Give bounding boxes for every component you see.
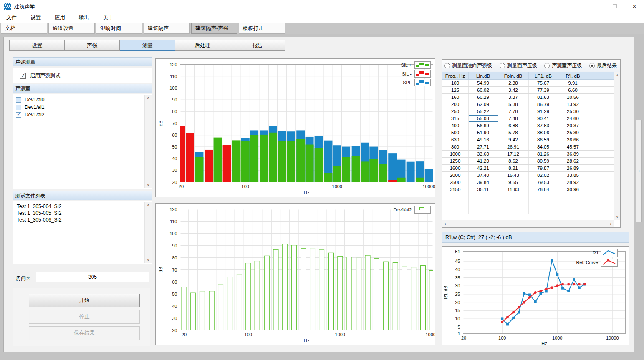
- table-row[interactable]: 63049.169.4286.5926.66: [442, 136, 614, 143]
- table-cell[interactable]: 160: [442, 94, 469, 101]
- subtab-3[interactable]: 测量: [120, 40, 175, 51]
- table-row[interactable]: 160042.218.2179.8726.89: [442, 165, 614, 172]
- table-cell[interactable]: 33.85: [558, 172, 588, 179]
- menu-item-3[interactable]: 应用: [53, 13, 66, 22]
- column-header[interactable]: Freq., Hz: [442, 72, 469, 79]
- table-row[interactable]: 125041.208.6280.5928.62: [442, 158, 614, 165]
- test-file-item[interactable]: Test 1_305-004_SI2: [13, 203, 152, 210]
- tab-1[interactable]: 文档: [1, 23, 47, 34]
- table-cell[interactable]: 55.03: [469, 115, 498, 122]
- channel-item[interactable]: Dev1/ai1: [13, 103, 152, 111]
- table-cell[interactable]: 54.99: [469, 80, 498, 86]
- enable-intensity-checkbox[interactable]: [20, 73, 26, 79]
- table-cell[interactable]: 200: [442, 101, 469, 108]
- table-cell[interactable]: 75.67: [529, 80, 558, 86]
- table-cell[interactable]: 315: [442, 115, 469, 122]
- table-cell[interactable]: 80.59: [529, 158, 558, 164]
- table-row[interactable]: 200037.4015.4382.0233.85: [442, 172, 614, 179]
- table-cell[interactable]: 2000: [442, 172, 469, 179]
- channel-checkbox[interactable]: [16, 105, 21, 110]
- table-row[interactable]: 315035.1111.9376.8430.96: [442, 186, 614, 193]
- menu-item-1[interactable]: 文件: [5, 13, 18, 22]
- table-vertical-scrollbar[interactable]: ∧ ∨: [614, 72, 620, 220]
- tab-2[interactable]: 通道设置: [48, 23, 95, 34]
- channel-list-scrollbar[interactable]: ∧ ∨: [144, 95, 152, 188]
- subtab-2[interactable]: 声强: [65, 40, 120, 51]
- scroll-down-icon[interactable]: ∨: [614, 214, 620, 220]
- stop-button[interactable]: 停止: [29, 310, 140, 324]
- tab-3[interactable]: 混响时间: [96, 23, 142, 34]
- table-row[interactable]: 12560.023.4277.396.60: [442, 87, 614, 94]
- table-cell[interactable]: 77.39: [529, 87, 558, 93]
- scroll-left-icon[interactable]: ‹: [444, 222, 446, 226]
- table-cell[interactable]: 86.59: [529, 136, 558, 143]
- table-cell[interactable]: 125: [442, 87, 469, 93]
- subtab-4[interactable]: 后处理: [175, 40, 230, 51]
- tab-4[interactable]: 建筑隔声: [144, 23, 190, 34]
- table-cell[interactable]: 60.29: [469, 94, 498, 101]
- table-cell[interactable]: 36.89: [558, 151, 588, 157]
- table-cell[interactable]: 35.11: [469, 186, 498, 193]
- table-cell[interactable]: 3150: [442, 186, 469, 193]
- table-cell[interactable]: 25.30: [558, 108, 588, 115]
- table-cell[interactable]: 250: [442, 108, 469, 115]
- scroll-right-icon[interactable]: ›: [610, 222, 611, 226]
- table-cell[interactable]: 55.22: [469, 108, 498, 115]
- table-cell[interactable]: 25.39: [558, 129, 588, 136]
- table-cell[interactable]: 24.60: [558, 115, 588, 122]
- table-cell[interactable]: 630: [442, 136, 469, 143]
- table-cell[interactable]: 45.57: [558, 143, 588, 150]
- table-cell[interactable]: 90.41: [529, 115, 558, 122]
- table-row[interactable]: 25055.227.7091.2925.30: [442, 108, 614, 115]
- table-cell[interactable]: 49.16: [469, 136, 498, 143]
- table-cell[interactable]: 11.93: [498, 186, 529, 193]
- table-cell[interactable]: 82.02: [529, 172, 558, 179]
- table-cell[interactable]: 6.60: [558, 87, 588, 93]
- tab-5[interactable]: 建筑隔声-声强: [191, 23, 237, 34]
- table-cell[interactable]: 81.63: [529, 94, 558, 101]
- table-cell[interactable]: 800: [442, 143, 469, 150]
- table-cell[interactable]: 62.09: [469, 101, 498, 108]
- table-cell[interactable]: 9.55: [498, 179, 529, 186]
- table-row[interactable]: 10054.992.3875.679.91: [442, 80, 614, 87]
- table-cell[interactable]: 30.96: [558, 186, 588, 193]
- table-cell[interactable]: 100: [442, 80, 469, 86]
- table-cell[interactable]: 79.53: [529, 179, 558, 186]
- channel-checkbox[interactable]: [16, 97, 21, 103]
- table-cell[interactable]: 1250: [442, 158, 469, 164]
- channel-checkbox[interactable]: [16, 112, 21, 118]
- room-name-input[interactable]: [36, 272, 149, 282]
- table-cell[interactable]: 20.37: [558, 122, 588, 129]
- table-cell[interactable]: 26.91: [498, 143, 529, 150]
- table-cell[interactable]: 2500: [442, 179, 469, 186]
- scroll-down-icon[interactable]: ∨: [145, 257, 152, 263]
- table-cell[interactable]: 1600: [442, 165, 469, 171]
- table-cell[interactable]: 13.92: [558, 101, 588, 108]
- table-cell[interactable]: 400: [442, 122, 469, 129]
- table-cell[interactable]: 56.69: [469, 122, 498, 129]
- view-option-radio-1[interactable]: 测量面法向声强级: [444, 62, 492, 69]
- scroll-up-icon[interactable]: ∧: [145, 202, 152, 208]
- test-file-item[interactable]: Test 1_305-006_SI2: [13, 217, 152, 223]
- table-cell[interactable]: 42.21: [469, 165, 498, 171]
- table-cell[interactable]: 28.92: [558, 179, 588, 186]
- menu-item-5[interactable]: 关于: [102, 13, 115, 22]
- table-cell[interactable]: 76.84: [529, 186, 558, 193]
- table-cell[interactable]: 27.71: [469, 143, 498, 150]
- table-cell[interactable]: 91.29: [529, 108, 558, 115]
- table-cell[interactable]: 39.84: [469, 179, 498, 186]
- table-row[interactable]: 40056.696.8887.8320.37: [442, 122, 614, 129]
- table-cell[interactable]: 5.38: [498, 101, 529, 108]
- table-cell[interactable]: 87.83: [529, 122, 558, 129]
- start-button[interactable]: 开始: [29, 294, 140, 307]
- table-cell[interactable]: 51.90: [469, 129, 498, 136]
- table-cell[interactable]: 88.06: [529, 129, 558, 136]
- table-cell[interactable]: 86.79: [529, 101, 558, 108]
- minimize-button[interactable]: –: [586, 0, 605, 13]
- column-header[interactable]: LP1, dB: [529, 72, 558, 79]
- table-cell[interactable]: 37.40: [469, 172, 498, 179]
- table-cell[interactable]: 6.88: [498, 122, 529, 129]
- table-cell[interactable]: 500: [442, 129, 469, 136]
- channel-item[interactable]: Dev1/ai2: [13, 111, 152, 118]
- channel-item[interactable]: Dev1/ai0: [13, 96, 152, 103]
